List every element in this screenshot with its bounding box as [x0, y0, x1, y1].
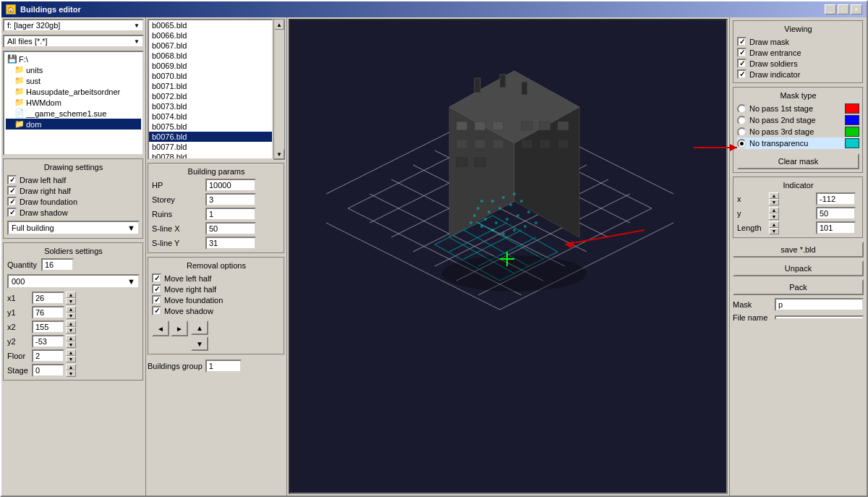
move-shadow-checkbox[interactable] [152, 306, 161, 315]
draw-entrance-checkbox[interactable] [737, 48, 746, 57]
quantity-input[interactable]: 16 [41, 258, 74, 271]
x2-up[interactable]: ▲ [66, 320, 76, 327]
soldiers-type-dropdown[interactable]: 000 ▼ [7, 274, 140, 289]
draw-indicator-checkbox[interactable] [737, 69, 746, 79]
file-item-9[interactable]: b0074.bld [149, 111, 272, 122]
draw-indicator-label: Draw indicator [749, 70, 800, 79]
file-item-0[interactable]: b0065.bld [149, 20, 272, 30]
tree-item-dom[interactable]: 📁 dom [6, 119, 141, 129]
floor-down[interactable]: ▼ [66, 356, 76, 362]
arrow-down-btn[interactable]: ▼ [191, 336, 208, 351]
tree-item-hausupdate[interactable]: 📁 Hausupdate_arbeitsordner [6, 86, 141, 97]
file-item-13[interactable]: b0078.bld [149, 152, 272, 160]
sline-y-input[interactable]: 31 [205, 237, 256, 250]
tree-item-units[interactable]: 📁 units [6, 64, 141, 75]
y2-input[interactable]: -53 [32, 335, 64, 348]
arrow-right-btn[interactable]: ► [171, 320, 188, 336]
draw-soldiers-checkbox[interactable] [737, 59, 746, 68]
sline-x-input[interactable]: 50 [205, 222, 256, 235]
drawing-settings-title: Drawing settings [7, 163, 140, 171]
ruins-input[interactable]: 1 [205, 208, 256, 221]
ind-x-up[interactable]: ▲ [769, 192, 779, 199]
arrow-up-btn[interactable]: ▲ [191, 320, 208, 335]
ind-x-input[interactable]: -112 [816, 192, 856, 205]
floor-input[interactable]: 2 [32, 349, 64, 362]
storey-input[interactable]: 3 [205, 193, 256, 206]
stage-input[interactable]: 0 [32, 364, 64, 377]
file-item-12[interactable]: b0077.bld [149, 142, 272, 152]
no-pass-2nd-radio[interactable] [737, 116, 746, 125]
y2-up[interactable]: ▲ [66, 335, 76, 341]
ind-y-up[interactable]: ▲ [769, 207, 779, 213]
x1-up[interactable]: ▲ [66, 292, 76, 298]
x1-down[interactable]: ▼ [66, 298, 76, 305]
no-pass-3rd-radio[interactable] [737, 127, 746, 137]
draw-mask-checkbox[interactable] [737, 37, 746, 46]
file-item-10[interactable]: b0075.bld [149, 122, 272, 132]
ind-length-up[interactable]: ▲ [769, 221, 779, 228]
ind-y-input[interactable]: 50 [816, 207, 856, 220]
file-item-6[interactable]: b0071.bld [149, 81, 272, 91]
maximize-button[interactable]: □ [838, 4, 849, 14]
ind-x-down[interactable]: ▼ [769, 199, 779, 205]
no-pass-1st-radio[interactable] [737, 104, 746, 114]
move-foundation-checkbox[interactable] [152, 295, 161, 305]
svg-point-64 [488, 211, 490, 213]
y2-down[interactable]: ▼ [66, 341, 76, 348]
buildings-group-input[interactable]: 1 [205, 360, 242, 373]
tree-item-root[interactable]: 💾 F:\ [6, 54, 141, 64]
close-button[interactable]: × [851, 4, 862, 14]
move-left-half-checkbox[interactable] [152, 273, 161, 283]
draw-shadow-checkbox[interactable] [7, 208, 17, 217]
floor-up[interactable]: ▲ [66, 349, 76, 356]
clear-mask-button[interactable]: Clear mask [737, 153, 859, 169]
file-item-5[interactable]: b0070.bld [149, 71, 272, 81]
y1-input[interactable]: 76 [32, 306, 64, 319]
y1-down[interactable]: ▼ [66, 313, 76, 319]
file-list-scrollbar[interactable]: ▲ ▼ [273, 19, 285, 160]
draw-mask-row: Draw mask [737, 36, 859, 47]
arrow-left-btn[interactable]: ◄ [152, 320, 169, 336]
file-item-1[interactable]: b0066.bld [149, 30, 272, 41]
move-shadow-label: Move shadow [164, 307, 213, 315]
filter-dropdown[interactable]: All files [*.*] ▼ [3, 35, 144, 48]
filename-input[interactable] [775, 315, 864, 320]
x1-input[interactable]: 26 [32, 292, 64, 305]
ind-length-down[interactable]: ▼ [769, 228, 779, 234]
draw-left-half-checkbox[interactable] [7, 175, 17, 184]
tree-item-sust[interactable]: 📁 sust [6, 75, 141, 86]
file-list[interactable]: b0065.bld b0066.bld b0067.bld b0068.bld … [148, 19, 273, 160]
tree-item-gamescheme[interactable]: 📄 __game_scheme1.sue [6, 108, 141, 119]
y1-up[interactable]: ▲ [66, 306, 76, 313]
file-item-7[interactable]: b0072.bld [149, 91, 272, 101]
hp-input[interactable]: 10000 [205, 179, 256, 192]
building-view-dropdown[interactable]: Full building ▼ [7, 221, 140, 235]
file-item-8[interactable]: b0073.bld [149, 101, 272, 111]
file-item-11[interactable]: b0076.bld [149, 132, 272, 142]
tree-item-hwmdom[interactable]: 📁 HWMdom [6, 97, 141, 108]
unpack-button[interactable]: Unpack [733, 260, 864, 276]
viewport[interactable] [289, 19, 728, 494]
draw-right-half-checkbox[interactable] [7, 186, 17, 195]
draw-foundation-checkbox[interactable] [7, 197, 17, 206]
save-bld-button[interactable]: save *.bld [733, 242, 864, 258]
ind-length-input[interactable]: 101 [816, 221, 856, 234]
file-item-3[interactable]: b0068.bld [149, 51, 272, 61]
x2-down[interactable]: ▼ [66, 327, 76, 334]
ind-y-down[interactable]: ▼ [769, 213, 779, 220]
file-item-2[interactable]: b0067.bld [149, 41, 272, 51]
stage-down[interactable]: ▼ [66, 370, 76, 377]
scroll-up-btn[interactable]: ▲ [274, 20, 284, 30]
move-right-half-checkbox[interactable] [152, 284, 161, 294]
stage-up[interactable]: ▲ [66, 364, 76, 370]
drive-dropdown[interactable]: f: [lager 320gb] ▼ [3, 19, 144, 32]
pack-button[interactable]: Pack [733, 279, 864, 295]
mask-input[interactable]: p [775, 298, 864, 311]
minimize-button[interactable]: _ [825, 4, 836, 14]
x2-input[interactable]: 155 [32, 320, 64, 334]
mask-grid: Mask p File name [733, 298, 864, 322]
scroll-down-btn[interactable]: ▼ [274, 149, 284, 159]
no-transparency-radio[interactable] [737, 139, 746, 148]
y2-spin: -53 ▲ ▼ [32, 335, 140, 348]
file-item-4[interactable]: b0069.bld [149, 61, 272, 71]
